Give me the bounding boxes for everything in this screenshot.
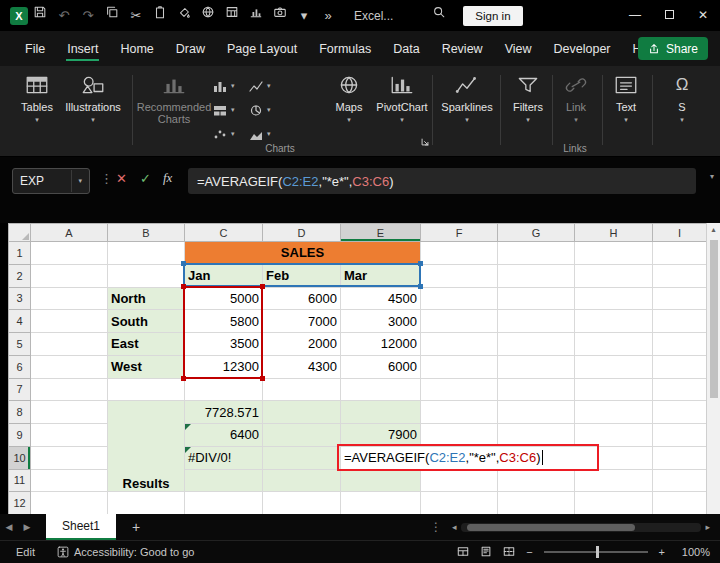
col-header-H[interactable]: H [575,224,653,242]
cell-value[interactable]: 4300 [263,355,341,378]
enter-icon[interactable]: ✓ [140,171,151,186]
grid-cell[interactable] [653,446,707,469]
sparklines-button[interactable]: Sparklines ▾ [438,72,496,146]
grid-cell[interactable] [498,378,575,401]
grid-cell[interactable] [575,264,653,287]
grid-cell[interactable] [421,242,498,265]
charts-dialog-launcher-icon[interactable] [420,133,430,151]
row-header-8[interactable]: 8 [9,401,31,424]
tab-draw[interactable]: Draw [165,31,216,66]
cell-value[interactable]: 6000 [341,355,421,378]
grid-cell[interactable] [263,469,341,492]
cell-region-west[interactable]: West [108,355,185,378]
grid-cell[interactable] [575,401,653,424]
toolbar-overflow-icon[interactable]: » [316,0,340,31]
tables-button[interactable]: Tables ▾ [14,72,60,146]
grid-cell[interactable] [31,355,108,378]
column-chart-button[interactable]: ▾ [212,74,248,98]
tab-page-layout[interactable]: Page Layout [216,31,308,66]
row-header-11[interactable]: 11 [9,469,31,492]
zoom-slider-thumb[interactable] [596,546,599,558]
grid-cell[interactable] [263,492,341,514]
chart-icon[interactable] [244,0,268,31]
grid-cell[interactable] [653,469,707,492]
col-header-D[interactable]: D [263,224,341,242]
sheet-tab-sheet1[interactable]: Sheet1 [46,514,116,540]
copy-icon[interactable] [100,0,124,31]
grid-cell[interactable] [498,424,575,447]
horizontal-scroll-track[interactable] [461,523,702,532]
cell-results-label[interactable]: Results [108,401,185,492]
cell-result-c9[interactable]: 6400 [185,424,263,447]
redo-icon[interactable]: ↷ [76,0,100,31]
zoom-slider[interactable] [544,551,648,553]
sheet-next-icon[interactable]: ▶ [18,522,36,532]
grid-cell[interactable] [421,264,498,287]
row-header-12[interactable]: 12 [9,492,31,514]
grid-cell[interactable] [575,378,653,401]
zoom-level[interactable]: 100% [676,546,710,558]
text-button[interactable]: Text ▾ [606,72,646,146]
grid-cell[interactable] [421,424,498,447]
grid-cell[interactable] [31,424,108,447]
cell-value[interactable]: 6000 [263,287,341,310]
grid-cell[interactable] [31,264,108,287]
row-header-6[interactable]: 6 [9,355,31,378]
row-header-1[interactable]: 1 [9,242,31,265]
cell-average-result[interactable]: 7728.571 [185,401,263,424]
formula-input[interactable]: =AVERAGEIF(C2:E2,"*e*",C3:C6) [188,168,696,194]
link-button[interactable]: Link ▾ [556,72,596,146]
grid-cell[interactable] [31,333,108,356]
grid-cell[interactable] [263,401,341,424]
grid-cell[interactable] [575,333,653,356]
grid-cell[interactable] [108,492,185,514]
scroll-left-icon[interactable]: ◂ [452,522,457,532]
grid-cell[interactable] [498,355,575,378]
grid-cell[interactable] [653,264,707,287]
globe-icon[interactable] [196,0,220,31]
insert-function-icon[interactable]: fx [163,170,172,186]
grid-cell[interactable] [653,287,707,310]
grid-cell[interactable] [498,446,575,469]
grid-cell[interactable] [108,378,185,401]
col-header-G[interactable]: G [498,224,575,242]
grid-cell[interactable] [498,242,575,265]
name-box[interactable]: EXP ▾ [12,168,90,194]
cell-value[interactable]: 12300 [185,355,263,378]
zoom-in-button[interactable]: + [659,546,665,558]
grid-cell[interactable] [575,446,653,469]
grid-cell[interactable] [421,446,498,469]
grid-cell[interactable] [31,492,108,514]
tab-formulas[interactable]: Formulas [308,31,382,66]
more-commands-icon[interactable]: ▾ [292,0,316,31]
grid-cell[interactable] [31,310,108,333]
grid-cell[interactable] [31,378,108,401]
cell-result-e9[interactable]: 7900 [341,424,421,447]
grid-cell[interactable] [108,264,185,287]
undo-icon[interactable]: ↶ [52,0,76,31]
hierarchy-chart-button[interactable]: ▾ [212,98,248,122]
scroll-up-icon[interactable]: ▴ [707,223,720,237]
row-header-7[interactable]: 7 [9,378,31,401]
grid-cell[interactable] [653,378,707,401]
paste-icon[interactable] [148,0,172,31]
grid-cell[interactable] [653,242,707,265]
page-layout-view-icon[interactable] [480,546,492,559]
grid-cell[interactable] [421,310,498,333]
row-header-2[interactable]: 2 [9,264,31,287]
accessibility-status[interactable]: Accessibility: Good to go [57,546,194,558]
grid-cell[interactable] [421,333,498,356]
grid-cell[interactable] [421,355,498,378]
cell-value[interactable]: 5000 [185,287,263,310]
cell-value[interactable]: 3000 [341,310,421,333]
cell-region-south[interactable]: South [108,310,185,333]
row-header-4[interactable]: 4 [9,310,31,333]
symbols-button[interactable]: Ω S ▾ [660,72,704,146]
close-button[interactable]: ✕ [686,0,720,31]
tab-file[interactable]: File [14,31,56,66]
excel-logo-icon[interactable]: X [10,7,28,25]
minimize-button[interactable]: — [618,0,652,31]
cell-error-c10[interactable]: #DIV/0! [185,446,263,469]
grid-cell[interactable] [575,242,653,265]
camera-icon[interactable] [268,0,292,31]
